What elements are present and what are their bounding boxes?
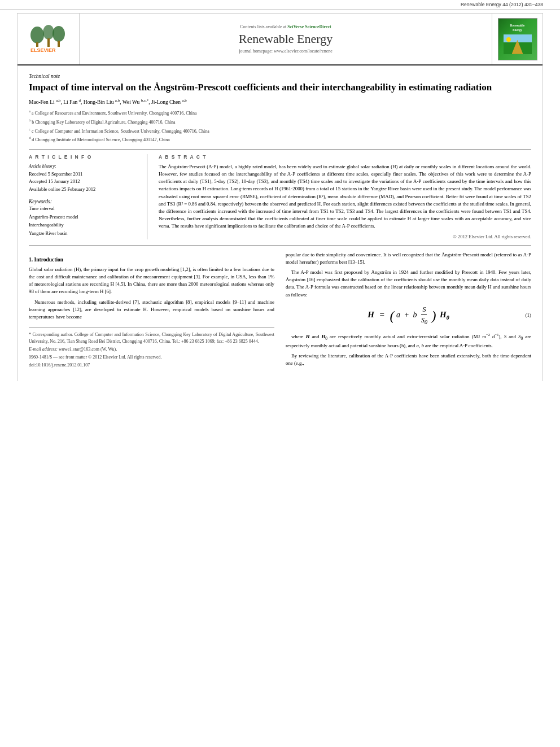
keywords-section: Keywords: Time interval Ångström-Prescot… (29, 199, 140, 237)
svg-rect-4 (36, 42, 38, 47)
journal-reference: Renewable Energy 44 (2012) 431–438 (461, 2, 543, 7)
body-left-column: 1. Introduction Global solar radiation (… (29, 251, 274, 370)
svg-text:ELSEVIER: ELSEVIER (30, 47, 56, 53)
keyword-2: Ångström-Prescott model (29, 213, 140, 221)
affiliation-c: c c College of Computer and Information … (29, 126, 531, 135)
keywords-label: Keywords: (29, 199, 140, 204)
abstract-column: A B S T R A C T The Ångström-Prescott (A… (159, 154, 531, 239)
formula-number: (1) (526, 312, 532, 320)
journal-cover-thumbnail: RenewableEnergy (492, 14, 542, 64)
article-info-abstract-section: A R T I C L E I N F O Article history: R… (29, 149, 531, 239)
affiliations-block: a a College of Resources and Environment… (29, 108, 531, 143)
copyright-notice: © 2012 Elsevier Ltd. All rights reserved… (159, 234, 531, 239)
elsevier-logo-icon: ELSEVIER (26, 24, 71, 55)
intro-para-2: Numerous methods, including satellite-de… (29, 299, 274, 321)
email-label: E-mail address: (29, 347, 58, 352)
formula-equation: H = ( a + b S S0 ) H0 (368, 304, 449, 326)
keyword-4: Yangtze River basin (29, 229, 140, 237)
sciverse-link[interactable]: SciVerse ScienceDirect (287, 24, 331, 29)
received-date: Received 5 September 2011 (29, 171, 140, 178)
svg-point-2 (43, 25, 54, 40)
right-para-1: popular due to their simplicity and conv… (286, 251, 531, 266)
affiliation-a: a a College of Resources and Environment… (29, 108, 531, 117)
formula-desc-p2: By reviewing the literature, calibration… (286, 352, 531, 367)
available-date: Available online 25 February 2012 (29, 186, 140, 194)
intro-para-1: Global solar radiation (H), the primary … (29, 266, 274, 296)
formula-left-paren: ( (390, 308, 395, 322)
keyword-1: Time interval (29, 204, 140, 212)
svg-point-3 (53, 26, 65, 42)
journal-header: ELSEVIER Contents lists available at Sci… (17, 13, 543, 64)
formula-right-paren: ) (431, 308, 436, 322)
article-history: Article history: Received 5 September 20… (29, 163, 140, 194)
main-content: Technical note Impact of time interval o… (17, 64, 543, 381)
footer-notes: * Corresponding author. College of Compu… (29, 327, 274, 369)
footnote-issn: 0960-1481/$ — see front matter © 2012 El… (29, 354, 274, 361)
body-right-column: popular due to their simplicity and conv… (286, 251, 531, 370)
paper-title: Impact of time interval on the Ångström-… (29, 81, 531, 94)
elsevier-logo-area: ELSEVIER (18, 14, 80, 64)
body-content: 1. Introduction Global solar radiation (… (29, 251, 531, 370)
right-para-2: The A-P model was first proposed by Ångs… (286, 269, 531, 299)
authors-line: Mao-Fen Li a,b, Li Fan d, Hong-Bin Liu a… (29, 98, 531, 105)
article-info-column: A R T I C L E I N F O Article history: R… (29, 154, 147, 239)
abstract-text: The Ångström-Prescott (A-P) model, a hig… (159, 163, 531, 230)
formula-numerator: S (421, 304, 427, 315)
footnote-email: E-mail address: wuwei_star@163.com (W. W… (29, 346, 274, 353)
affiliation-d: d d Chongqing Institute of Meteorologica… (29, 135, 531, 143)
svg-rect-5 (47, 38, 50, 47)
page-number-bar: Renewable Energy 44 (2012) 431–438 (0, 0, 560, 10)
article-type-label: Technical note (29, 69, 531, 79)
journal-cover-image: RenewableEnergy (498, 18, 537, 60)
svg-point-1 (30, 27, 44, 43)
journal-header-center: Contents lists available at SciVerse Sci… (80, 14, 492, 64)
affiliation-b: b b Chongqing Key Laboratory of Digital … (29, 117, 531, 126)
footnote-doi: doi:10.1016/j.renene.2012.01.107 (29, 362, 274, 369)
formula-block: H = ( a + b S S0 ) H0 (1) (286, 304, 531, 326)
formula-desc-p1: where H and H0 are respectively monthly … (286, 332, 531, 350)
article-history-label: Article history: (29, 163, 140, 171)
journal-title-display: Renewable Energy (239, 32, 333, 46)
footnote-star: * Corresponding author. College of Compu… (29, 331, 274, 345)
abstract-heading: A B S T R A C T (159, 154, 531, 160)
sciverse-line: Contents lists available at SciVerse Sci… (240, 24, 331, 29)
accepted-date: Accepted 15 January 2012 (29, 178, 140, 186)
svg-rect-6 (58, 41, 60, 47)
section-divider (29, 245, 531, 246)
formula-denominator: S0 (420, 315, 428, 326)
journal-homepage: journal homepage: www.elsevier.com/locat… (239, 49, 333, 54)
top-divider (18, 64, 542, 65)
intro-heading: 1. Introduction (29, 256, 274, 264)
article-info-heading: A R T I C L E I N F O (29, 154, 140, 160)
formula-fraction: S S0 (420, 304, 428, 326)
keyword-3: Interchangeability (29, 221, 140, 229)
